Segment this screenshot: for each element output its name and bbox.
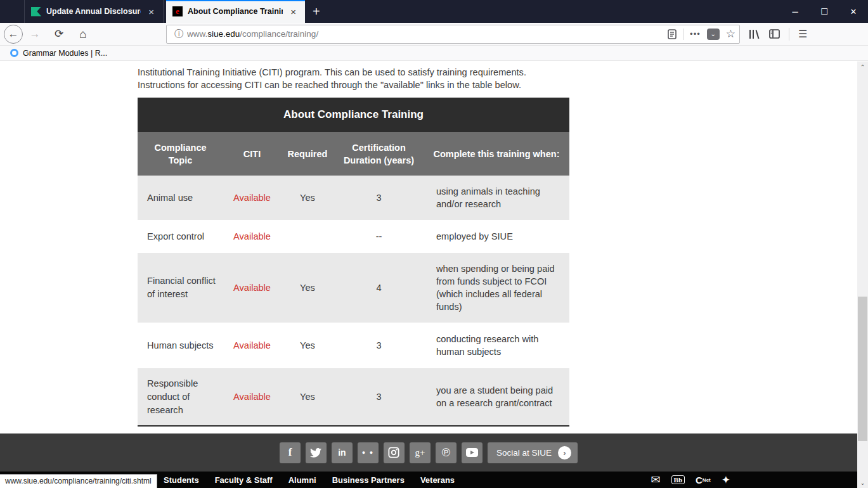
flickr-icon[interactable]: ● ● (358, 442, 379, 463)
bookmark-grammar-modules[interactable]: Grammar Modules | R... (6, 48, 111, 59)
social-footer: f in ● ● g+ ℗ Social at SIUE › (0, 433, 857, 472)
link-veterans[interactable]: Veterans (420, 475, 455, 485)
header-required: Required (281, 144, 334, 164)
page-viewport: Institutional Training Initiative (CITI)… (0, 61, 868, 488)
google-plus-icon[interactable]: g+ (410, 442, 431, 463)
back-button[interactable]: ← (4, 25, 23, 44)
topic-cell: Human subjects (138, 333, 223, 359)
duration-cell: 4 (334, 281, 424, 295)
table-row: Financial conflict of interest Available… (138, 253, 569, 323)
when-cell: you are a student being paid on a resear… (424, 378, 569, 416)
toolbar-separator (789, 28, 789, 41)
sidebar-toggle-icon[interactable] (769, 29, 780, 39)
scroll-down-icon[interactable]: ⌄ (857, 477, 868, 488)
window-controls: ─ ☐ ✕ (781, 0, 868, 23)
when-cell: conducting research with human subjects (424, 326, 569, 364)
page-content: Institutional Training Initiative (CITI)… (0, 61, 868, 433)
new-tab-button[interactable]: + (305, 0, 328, 23)
tab-title: About Compliance Training (188, 7, 283, 16)
url-path: /compliance/training/ (240, 29, 318, 39)
pocket-icon[interactable]: ⌄ (707, 29, 720, 40)
compliance-training-table: About Compliance Training Compliance Top… (138, 98, 569, 427)
close-tab-icon[interactable]: × (288, 6, 299, 17)
site-info-icon[interactable]: ⓘ (171, 29, 187, 40)
forward-button[interactable]: → (25, 25, 44, 44)
status-url-tooltip: www.siue.edu/compliance/training/citi.sh… (0, 474, 157, 488)
vertical-scrollbar[interactable]: ⌃ ⌄ (857, 61, 868, 488)
close-tab-icon[interactable]: × (146, 6, 157, 17)
social-button-label: Social at SIUE (496, 448, 552, 458)
bookmark-label: Grammar Modules | R... (23, 49, 107, 58)
instagram-icon[interactable] (384, 442, 405, 463)
facebook-icon[interactable]: f (280, 442, 301, 463)
available-link[interactable]: Available (223, 230, 281, 243)
when-cell: when spending or being paid from funds s… (424, 256, 569, 319)
tab-title: Update Annual Disclosure (46, 7, 141, 16)
table-row: Human subjects Available Yes 3 conductin… (138, 323, 569, 368)
maximize-button[interactable]: ☐ (810, 0, 839, 23)
email-icon[interactable]: ✉ (651, 473, 660, 487)
tab-update-annual-disclosure[interactable]: Update Annual Disclosure × (25, 0, 164, 23)
header-citi: CITI (223, 144, 281, 164)
urlbar-separator (683, 29, 683, 40)
youtube-icon[interactable] (462, 442, 483, 463)
required-cell: Yes (281, 281, 334, 295)
tab-strip-spacer (0, 0, 25, 23)
scrollbar-thumb[interactable] (858, 297, 867, 441)
available-link[interactable]: Available (223, 339, 281, 352)
url-prefix: www. (187, 29, 207, 39)
table-row: Animal use Available Yes 3 using animals… (138, 176, 569, 220)
topic-cell: Responsible conduct of research (138, 371, 223, 423)
table-row: Responsible conduct of research Availabl… (138, 368, 569, 425)
cougarnet-icon[interactable]: CNet (696, 475, 711, 485)
table-row: Export control Available -- employed by … (138, 220, 569, 253)
duration-cell: 3 (334, 339, 424, 352)
reader-mode-icon[interactable] (668, 29, 677, 39)
duration-cell: 3 (334, 191, 424, 205)
required-cell: Yes (281, 390, 334, 404)
minimize-button[interactable]: ─ (781, 0, 810, 23)
home-button[interactable]: ⌂ (74, 25, 93, 44)
reload-button[interactable]: ⟳ (49, 25, 68, 44)
linkedin-icon[interactable]: in (332, 442, 353, 463)
menu-icon[interactable]: ☰ (798, 28, 807, 40)
topic-cell: Financial conflict of interest (138, 268, 223, 307)
social-at-siue-button[interactable]: Social at SIUE › (488, 442, 578, 463)
available-link[interactable]: Available (223, 191, 281, 205)
pinterest-icon[interactable]: ℗ (436, 442, 457, 463)
chevron-right-icon: › (558, 446, 571, 459)
blackboard-icon[interactable]: Bb (671, 475, 685, 484)
required-cell: Yes (281, 339, 334, 352)
table-title: About Compliance Training (138, 98, 569, 132)
duration-cell: -- (334, 230, 424, 243)
available-link[interactable]: Available (223, 281, 281, 295)
topic-cell: Export control (138, 224, 223, 250)
bookmark-star-icon[interactable]: ☆ (726, 27, 735, 41)
url-domain: siue.edu (207, 29, 240, 39)
url-text[interactable]: www.siue.edu/compliance/training/ (187, 29, 668, 39)
page-actions-icon[interactable]: ••• (690, 29, 701, 39)
bookmark-favicon (10, 49, 18, 57)
library-icon[interactable] (749, 29, 760, 39)
close-button[interactable]: ✕ (839, 0, 868, 23)
required-cell: Yes (281, 191, 334, 205)
siue-favicon: e (172, 6, 183, 16)
star-icon[interactable]: ✦ (722, 473, 730, 487)
link-faculty-staff[interactable]: Faculty & Staff (215, 475, 273, 485)
header-compliance-topic: Compliance Topic (138, 138, 223, 170)
link-students[interactable]: Students (164, 475, 199, 485)
when-cell: using animals in teaching and/or researc… (424, 179, 569, 217)
link-alumni[interactable]: Alumni (288, 475, 316, 485)
tab-about-compliance-training[interactable]: e About Compliance Training × (166, 0, 305, 23)
table-header-row: Compliance Topic CITI Required Certifica… (138, 132, 569, 176)
header-complete-when: Complete this training when: (424, 144, 569, 164)
twitter-icon[interactable] (306, 442, 327, 463)
scroll-up-icon[interactable]: ⌃ (857, 61, 868, 72)
url-bar[interactable]: ⓘ www.siue.edu/compliance/training/ ••• … (166, 25, 740, 44)
available-link[interactable]: Available (223, 390, 281, 404)
link-business-partners[interactable]: Business Partners (332, 475, 405, 485)
intro-paragraph: Institutional Training Initiative (CITI)… (138, 66, 571, 91)
bookmarks-toolbar: Grammar Modules | R... (0, 46, 868, 61)
when-cell: employed by SIUE (424, 224, 569, 249)
topic-cell: Animal use (138, 185, 223, 211)
